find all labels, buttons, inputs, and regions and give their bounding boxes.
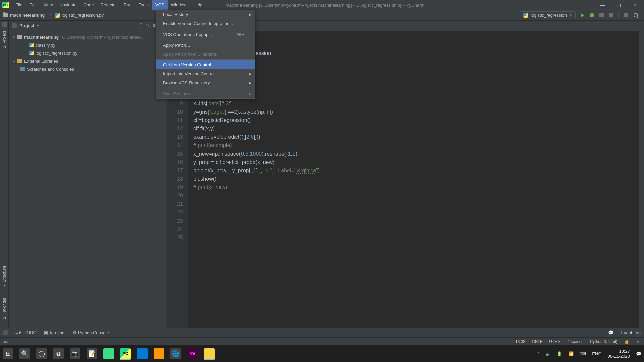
- notes-icon[interactable]: 📝: [87, 348, 97, 359]
- menu-refactor[interactable]: Refactor: [97, 0, 120, 10]
- left-tab-project[interactable]: 1: Project: [2, 22, 7, 50]
- python-icon: [29, 43, 34, 47]
- menu-code[interactable]: Code: [80, 0, 97, 10]
- status-eol[interactable]: CRLF: [532, 339, 542, 344]
- menu-view[interactable]: View: [40, 0, 56, 10]
- wifi-icon[interactable]: 📶: [568, 351, 574, 356]
- editor-error-stripe[interactable]: [639, 31, 644, 328]
- xd-icon[interactable]: Xd: [187, 348, 198, 359]
- editor-code[interactable]: plot as pltdatasetsmodel import Logistic…: [188, 31, 639, 328]
- chevron-down-icon: ▾: [570, 13, 572, 18]
- chevron-right-icon: ▸: [249, 80, 252, 85]
- menu-tools[interactable]: Tools: [135, 0, 152, 10]
- menu-edit[interactable]: Edit: [26, 0, 40, 10]
- vcs-menu-item[interactable]: Browse VCS Repository▸: [156, 78, 255, 87]
- taskview-icon[interactable]: ⧉: [53, 348, 64, 359]
- tree-file-label: classify.py: [36, 43, 55, 48]
- run-icon[interactable]: [581, 13, 584, 17]
- status-encoding[interactable]: UTF-8: [549, 339, 560, 344]
- project-tool-icon: [12, 23, 17, 28]
- scratches-icon: [20, 67, 25, 71]
- left-tab-structure[interactable]: 7: Structure: [2, 264, 7, 289]
- inspector-icon[interactable]: ☺: [636, 339, 640, 344]
- tree-root-label: machinelearning: [24, 35, 59, 40]
- tree-file-label: logistic_regression.py: [36, 51, 77, 56]
- chevron-down-icon: ▾: [12, 35, 15, 40]
- tree-file-classify[interactable]: classify.py: [10, 41, 165, 49]
- indicator-icon[interactable]: [3, 330, 8, 335]
- camera-icon[interactable]: 📷: [70, 348, 80, 359]
- vcs-menu-item[interactable]: Import into Version Control▸: [156, 69, 255, 78]
- folder-icon: [3, 13, 8, 17]
- chevron-down-icon[interactable]: ▾: [37, 23, 39, 28]
- vcs-menu-item: Apply Patch from Clipboard...: [156, 50, 255, 59]
- locate-icon[interactable]: [139, 23, 143, 28]
- input-lang[interactable]: ENG: [592, 351, 601, 356]
- chevron-right-icon: ▸: [249, 12, 252, 17]
- cortana-icon[interactable]: ◯: [36, 348, 47, 359]
- menu-vcs[interactable]: VCS: [152, 0, 168, 10]
- menu-file[interactable]: File: [12, 0, 26, 10]
- keyboard-icon[interactable]: ⌨: [580, 351, 586, 356]
- vcs-menu-item[interactable]: VCS Operations Popup...Alt+`: [156, 30, 255, 39]
- breadcrumb-project[interactable]: machinelearning: [3, 13, 45, 18]
- start-menu-icon[interactable]: ⊞: [3, 348, 13, 359]
- python-icon: [523, 13, 528, 18]
- coverage-icon[interactable]: [599, 13, 604, 17]
- chevron-right-icon: 〉: [49, 12, 54, 18]
- bottom-tool-pyconsole[interactable]: ⚙ Python Console: [73, 330, 109, 335]
- window-title: machinelearning [C:\Users\hp\PycharmProj…: [226, 3, 424, 8]
- status-sdk[interactable]: Python 3.7 (ml): [590, 339, 617, 344]
- lock-icon[interactable]: 🔒: [624, 339, 629, 344]
- debug-icon[interactable]: [590, 13, 594, 17]
- run-config-selector[interactable]: logistic_regression ▾: [520, 11, 576, 19]
- androidstudio-icon[interactable]: [103, 348, 114, 359]
- volume-icon[interactable]: 🔈: [545, 351, 551, 356]
- expand-icon[interactable]: ⇆: [146, 23, 150, 28]
- vscode-icon[interactable]: [137, 348, 148, 359]
- chevron-right-icon: ▸: [12, 59, 15, 64]
- maximize-icon[interactable]: ▢: [610, 0, 627, 10]
- menu-window[interactable]: Window: [168, 0, 190, 10]
- bottom-tool-todo[interactable]: ≡ 6: TODO: [15, 330, 37, 335]
- run-config-label: logistic_regression: [531, 13, 567, 18]
- search-icon[interactable]: [634, 13, 638, 17]
- tree-root[interactable]: ▾ machinelearning C:\Users\hp\PycharmPro…: [10, 33, 165, 41]
- vcs-menu-item[interactable]: Apply Patch...: [156, 41, 255, 50]
- vcs-dropdown-menu: Local History▸Enable Version Control Int…: [156, 10, 255, 99]
- minimize-icon[interactable]: —: [594, 0, 610, 10]
- project-panel-title: Project: [19, 23, 34, 28]
- menu-run[interactable]: Run: [120, 0, 135, 10]
- bottom-tool-terminal[interactable]: ▣ Terminal: [44, 330, 66, 335]
- menu-help[interactable]: Help: [190, 0, 206, 10]
- tree-scratches[interactable]: Scratches and Consoles: [10, 65, 165, 73]
- sublime-icon[interactable]: [154, 348, 164, 359]
- tree-file-logistic[interactable]: logistic_regression.py: [10, 49, 165, 57]
- battery-icon[interactable]: 🔋: [557, 351, 562, 356]
- vcs-menu-item[interactable]: Get from Version Control...: [156, 60, 255, 69]
- stop-icon[interactable]: [609, 13, 613, 17]
- breadcrumb-file[interactable]: logistic_regression.py: [55, 13, 104, 18]
- status-quickdoc-icon[interactable]: ▭: [4, 339, 8, 344]
- left-tab-favorites[interactable]: 2: Favorites: [2, 296, 7, 321]
- pycharm-taskbar-icon[interactable]: PC: [120, 348, 131, 359]
- taskbar-clock[interactable]: 13:27 06-11-2020: [608, 349, 630, 359]
- status-indent[interactable]: 4 spaces: [567, 339, 583, 344]
- close-icon[interactable]: ✕: [627, 0, 643, 10]
- status-caret-pos[interactable]: 13:38: [515, 339, 525, 344]
- project-tool-icon: [2, 22, 7, 27]
- update-icon[interactable]: [624, 13, 628, 17]
- vcs-menu-item[interactable]: Enable Version Control Integration...: [156, 19, 255, 28]
- explorer-icon[interactable]: [204, 348, 215, 359]
- tray-chevron-icon[interactable]: ˄: [537, 351, 539, 356]
- menu-navigate[interactable]: Navigate: [56, 0, 80, 10]
- notifications-icon[interactable]: 💬: [636, 351, 641, 356]
- event-log-button[interactable]: Event Log: [621, 330, 641, 335]
- tree-external-libs[interactable]: ▸ External Libraries: [10, 57, 165, 65]
- vcs-menu-item[interactable]: Local History▸: [156, 10, 255, 19]
- search-taskbar-icon[interactable]: 🔍: [19, 348, 30, 359]
- python-icon: [55, 13, 60, 18]
- breadcrumb-project-label: machinelearning: [10, 13, 45, 18]
- chrome-icon[interactable]: 🌐: [170, 348, 181, 359]
- event-log-icon: 💬: [608, 330, 613, 335]
